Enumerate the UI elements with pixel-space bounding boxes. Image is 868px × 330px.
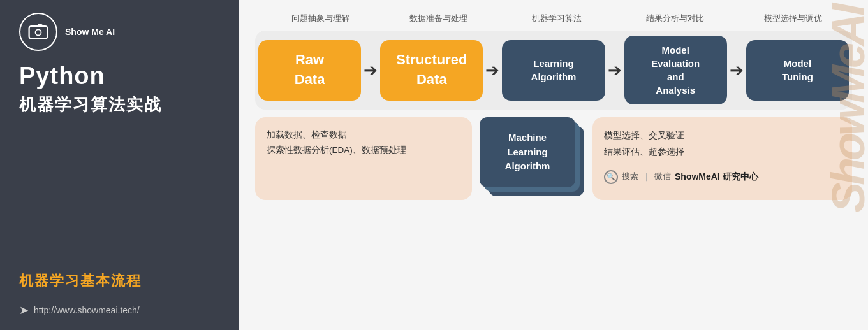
flow-row: RawData ➔ StructuredData ➔ LearningAlgor…	[255, 31, 852, 110]
subtitle: 机器学习基本流程	[19, 271, 220, 291]
logo-label: Show Me AI	[65, 26, 115, 38]
flow-box-model-evaluation: ModelEvaluationandAnalysis	[624, 36, 727, 104]
svg-point-1	[36, 29, 41, 35]
divider: ｜	[642, 169, 651, 185]
flow-box-learning-algorithm: LearningAlgorithm	[502, 40, 605, 101]
stack-card-front: MachineLearningAlgorithm	[480, 117, 575, 187]
brand-label: ShowMeAI 研究中心	[675, 168, 758, 185]
top-label-1: 数据准备与处理	[379, 13, 497, 24]
top-label-4: 模型选择与调优	[734, 13, 852, 24]
arrow-4: ➔	[727, 61, 746, 80]
website-link[interactable]: ➤ http://www.showmeai.tech/	[19, 303, 220, 317]
model-line-2: 结果评估、超参选择	[604, 144, 841, 161]
arrow-3: ➔	[605, 61, 624, 80]
top-label-0: 问题抽象与理解	[261, 13, 379, 24]
bottom-card-data: 加载数据、检查数据 探索性数据分析(EDA)、数据预处理	[255, 117, 472, 200]
top-labels-row: 问题抽象与理解 数据准备与处理 机器学习算法 结果分析与对比 模型选择与调优	[255, 13, 852, 24]
title-zh: 机器学习算法实战	[19, 94, 220, 116]
title-en: Python	[19, 62, 220, 90]
logo-area: Show Me AI	[19, 13, 220, 51]
arrow-icon: ➤	[19, 303, 29, 317]
logo-circle	[19, 13, 57, 51]
logo-icon	[27, 20, 50, 43]
bottom-row: 加载数据、检查数据 探索性数据分析(EDA)、数据预处理 MachineLear…	[255, 117, 852, 200]
left-panel: Show Me AI Python 机器学习算法实战 机器学习基本流程 ➤ ht…	[0, 0, 239, 330]
stack-cards: MachineLearningAlgorithm	[480, 117, 585, 200]
website-url: http://www.showmeai.tech/	[34, 305, 140, 315]
flow-box-raw-data: RawData	[258, 40, 361, 101]
arrow-1: ➔	[361, 61, 380, 80]
top-label-2: 机器学习算法	[497, 13, 615, 24]
search-bar: 🔍 搜索 ｜ 微信 ShowMeAI 研究中心	[604, 164, 841, 185]
bottom-line-2: 探索性数据分析(EDA)、数据预处理	[267, 143, 460, 158]
search-icon: 🔍	[604, 170, 618, 184]
flow-box-structured-data: StructuredData	[380, 40, 483, 101]
bottom-card-model: 模型选择、交叉验证 结果评估、超参选择 🔍 搜索 ｜ 微信 ShowMeAI 研…	[592, 117, 852, 200]
arrow-2: ➔	[483, 61, 502, 80]
wechat-label: 微信	[654, 169, 671, 185]
model-line-1: 模型选择、交叉验证	[604, 127, 841, 144]
bottom-line-1: 加载数据、检查数据	[267, 127, 460, 143]
svg-rect-0	[29, 26, 48, 39]
right-panel: ShowMeAI 问题抽象与理解 数据准备与处理 机器学习算法 结果分析与对比 …	[239, 0, 868, 330]
top-label-3: 结果分析与对比	[616, 13, 734, 24]
flow-box-model-tuning: ModelTuning	[746, 40, 849, 101]
search-text: 搜索	[622, 169, 638, 185]
